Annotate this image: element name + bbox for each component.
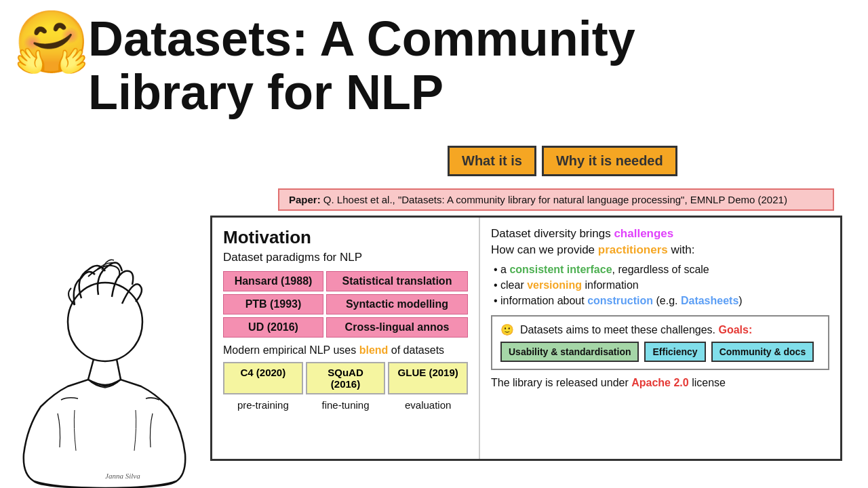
dataset-tag-c4: C4 (2020): [223, 362, 303, 394]
title-line1: Datasets: A Community: [88, 12, 841, 66]
paradigm-desc-3: Cross-lingual annos: [326, 317, 468, 338]
left-column: Motivation Dataset paradigms for NLP Han…: [212, 218, 480, 459]
paper-label: Paper:: [289, 194, 321, 205]
license-text: The library is released under Apache 2.0…: [491, 377, 829, 389]
dataset-tag-row: C4 (2020) SQuAD (2016) GLUE (2019): [223, 362, 468, 394]
svg-point-0: [68, 283, 142, 361]
tab-why-needed[interactable]: Why it is needed: [542, 146, 677, 176]
goals-title: 🙂 Datasets aims to meet these challenges…: [500, 323, 820, 336]
goal-tags: Usability & standardisation Efficiency C…: [500, 342, 820, 362]
label-evaluation: evaluation: [388, 396, 468, 413]
dataset-tag-squad: SQuAD (2016): [306, 362, 386, 394]
motivation-title: Motivation: [223, 227, 468, 248]
paradigms-label: Dataset paradigms for NLP: [223, 251, 468, 264]
tab-buttons: What it is Why it is needed: [448, 146, 677, 176]
right-column: Dataset diversity brings challenges How …: [480, 218, 840, 459]
paradigm-desc-1: Statistical translation: [326, 271, 468, 291]
paper-text: Q. Lhoest et al., "Datasets: A community…: [321, 194, 787, 205]
paradigm-row-1: Hansard (1988) Statistical translation: [223, 271, 468, 291]
label-pretraining: pre-training: [223, 396, 303, 413]
hugging-emoji: 🤗: [14, 7, 90, 78]
label-finetuning: fine-tuning: [306, 396, 386, 413]
challenges-text: Dataset diversity brings challenges: [491, 227, 829, 241]
bullet-construction: information about construction (e.g. Dat…: [491, 295, 829, 307]
paper-citation: Paper: Q. Lhoest et al., "Datasets: A co…: [278, 188, 834, 211]
paradigm-name-1: Hansard (1988): [223, 271, 323, 291]
bullet-list: a consistent interface, regardless of sc…: [491, 264, 829, 307]
svg-line-2: [117, 359, 121, 380]
title-area: Datasets: A Community Library for NLP: [88, 12, 841, 119]
paradigm-desc-2: Syntactic modelling: [326, 294, 468, 314]
main-content-box: Motivation Dataset paradigms for NLP Han…: [210, 216, 842, 461]
paradigm-row-2: PTB (1993) Syntactic modelling: [223, 294, 468, 314]
person-illustration: [0, 217, 210, 488]
bullet-versioning: clear versioning information: [491, 279, 829, 291]
bullet-consistent: a consistent interface, regardless of sc…: [491, 264, 829, 276]
dataset-tag-glue: GLUE (2019): [388, 362, 468, 394]
goals-box: 🙂 Datasets aims to meet these challenges…: [491, 315, 829, 370]
modern-text: Modern empirical NLP uses blend of datas…: [223, 344, 468, 357]
practitioners-text: How can we provide practitioners with:: [491, 243, 829, 257]
paradigm-row-3: UD (2016) Cross-lingual annos: [223, 317, 468, 338]
svg-line-1: [88, 359, 94, 380]
tag-community: Community & docs: [711, 342, 814, 362]
tag-efficiency: Efficiency: [644, 342, 705, 362]
paradigm-name-2: PTB (1993): [223, 294, 323, 314]
tag-usability: Usability & standardisation: [500, 342, 639, 362]
dataset-label-row: pre-training fine-tuning evaluation: [223, 396, 468, 413]
paradigm-name-3: UD (2016): [223, 317, 323, 338]
title-line2: Library for NLP: [88, 66, 841, 119]
signature: Janna Silva: [105, 472, 140, 480]
tab-what-it-is[interactable]: What it is: [448, 146, 536, 176]
